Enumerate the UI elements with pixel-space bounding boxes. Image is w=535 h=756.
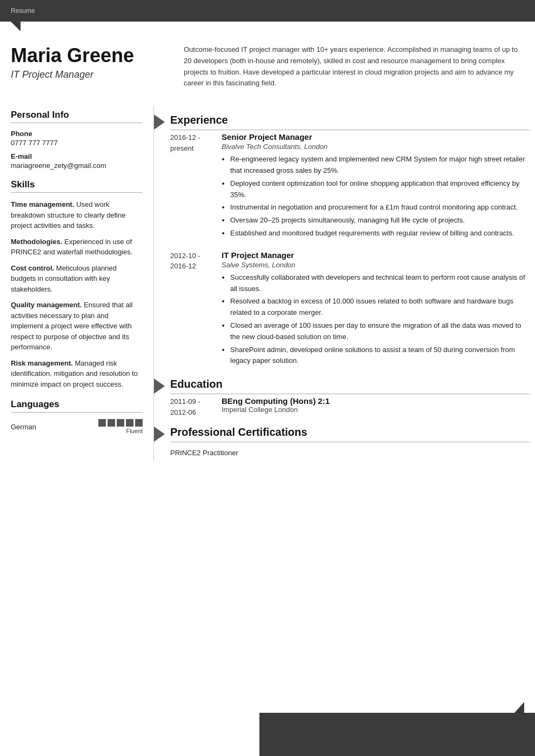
skill-item: Quality management. Ensured that all act… bbox=[11, 300, 143, 353]
experience-bullet: Closed an average of 100 issues per day … bbox=[230, 320, 530, 343]
bottom-bar bbox=[259, 713, 535, 756]
experience-bullet: Resolved a backlog in excess of 10,000 i… bbox=[230, 296, 530, 319]
experience-company: Bivalve Tech Consultants, London bbox=[222, 143, 530, 151]
language-bar bbox=[108, 419, 115, 427]
skill-name: Risk management. bbox=[11, 359, 73, 367]
skill-item: Risk management. Managed risk identifica… bbox=[11, 358, 143, 390]
certifications-title: Professional Certifications bbox=[170, 426, 530, 442]
experience-arrow bbox=[154, 114, 165, 130]
experience-bullet: Instrumental in negotiation and procurem… bbox=[230, 202, 530, 213]
language-bar bbox=[135, 419, 143, 427]
language-name: German bbox=[11, 423, 36, 431]
education-title: Education bbox=[170, 378, 530, 394]
education-degree: BEng Computing (Hons) 2:1 bbox=[222, 396, 530, 406]
header-summary: Outcome-focused IT project manager with … bbox=[173, 44, 524, 89]
languages-list: German Fluent bbox=[11, 419, 143, 434]
experience-bullet: SharePoint admin, developed online solut… bbox=[230, 345, 530, 367]
certifications-arrow bbox=[154, 427, 165, 442]
experience-bullets: Successfully collaborated with developer… bbox=[222, 272, 530, 367]
main-layout: Personal Info Phone 0777 777 7777 E-mail… bbox=[0, 100, 535, 472]
language-level-group: Fluent bbox=[98, 419, 143, 434]
education-content: BEng Computing (Hons) 2:1 Imperial Colle… bbox=[222, 396, 530, 417]
top-bar: Resume bbox=[0, 0, 535, 22]
experience-entry: 2016-12 - present Senior Project Manager… bbox=[154, 132, 530, 241]
education-entry: 2011-09 - 2012-06 BEng Computing (Hons) … bbox=[154, 396, 530, 417]
skill-name: Methodologies. bbox=[11, 238, 62, 246]
experience-job-title: Senior Project Manager bbox=[222, 132, 530, 141]
skill-item: Time management. Used work breakdown str… bbox=[11, 199, 143, 231]
language-bar bbox=[98, 419, 106, 427]
education-school: Imperial College London bbox=[222, 406, 530, 414]
experience-date: 2012-10 - 2016-12 bbox=[170, 251, 222, 368]
skill-name: Quality management. bbox=[11, 301, 82, 309]
language-item: German Fluent bbox=[11, 419, 143, 434]
experience-entry: 2012-10 - 2016-12 IT Project Manager Sal… bbox=[154, 251, 530, 368]
experience-bullet: Established and monitored budget require… bbox=[230, 228, 530, 239]
skill-name: Cost control. bbox=[11, 264, 54, 272]
education-list: 2011-09 - 2012-06 BEng Computing (Hons) … bbox=[154, 396, 530, 417]
experience-company: Salve Systems, London bbox=[222, 261, 530, 269]
skills-list: Time management. Used work breakdown str… bbox=[11, 199, 143, 389]
certifications-header: Professional Certifications bbox=[154, 426, 530, 442]
experience-bullet: Re-engineered legacy system and implemen… bbox=[230, 154, 530, 177]
experience-bullet: Deployed content optimization tool for o… bbox=[230, 178, 530, 201]
email-value: mariagreene_zety@gmail.com bbox=[11, 161, 143, 170]
experience-title: Experience bbox=[170, 114, 530, 130]
language-bar bbox=[117, 419, 124, 427]
experience-bullet: Oversaw 20–25 projects simultaneously, m… bbox=[230, 215, 530, 226]
experience-content: Senior Project Manager Bivalve Tech Cons… bbox=[222, 132, 530, 241]
candidate-title: IT Project Manager bbox=[11, 69, 173, 80]
certifications-list: PRINCE2 Practitioner bbox=[154, 444, 530, 461]
education-arrow bbox=[154, 379, 165, 394]
resume-header: Maria Greene IT Project Manager Outcome-… bbox=[0, 31, 535, 100]
education-header: Education bbox=[154, 378, 530, 394]
certification-item: PRINCE2 Practitioner bbox=[154, 444, 530, 461]
candidate-name: Maria Greene bbox=[11, 44, 173, 67]
experience-content: IT Project Manager Salve Systems, London… bbox=[222, 251, 530, 368]
experience-bullets: Re-engineered legacy system and implemen… bbox=[222, 154, 530, 239]
personal-info-title: Personal Info bbox=[11, 110, 143, 123]
skills-title: Skills bbox=[11, 179, 143, 193]
email-label: E-mail bbox=[11, 152, 143, 160]
experience-date: 2016-12 - present bbox=[170, 132, 222, 241]
top-bar-label: Resume bbox=[11, 7, 35, 15]
header-left: Maria Greene IT Project Manager bbox=[11, 44, 173, 89]
right-column: Experience 2016-12 - present Senior Proj… bbox=[154, 105, 535, 461]
education-date: 2011-09 - 2012-06 bbox=[170, 396, 222, 417]
experience-job-title: IT Project Manager bbox=[222, 251, 530, 260]
skill-item: Methodologies. Experienced in use of PRI… bbox=[11, 237, 143, 258]
languages-title: Languages bbox=[11, 399, 143, 413]
top-bar-arrow bbox=[11, 22, 21, 31]
skill-item: Cost control. Meticulous planned budgets… bbox=[11, 263, 143, 295]
skill-name: Time management. bbox=[11, 200, 75, 208]
phone-label: Phone bbox=[11, 130, 143, 138]
language-level: Fluent bbox=[126, 428, 143, 434]
experience-list: 2016-12 - present Senior Project Manager… bbox=[154, 132, 530, 368]
language-bar bbox=[126, 419, 133, 427]
experience-bullet: Successfully collaborated with developer… bbox=[230, 272, 530, 295]
language-bars bbox=[98, 419, 143, 427]
bottom-bar-arrow bbox=[514, 702, 524, 713]
experience-header: Experience bbox=[154, 114, 530, 130]
left-column: Personal Info Phone 0777 777 7777 E-mail… bbox=[0, 105, 154, 461]
phone-value: 0777 777 7777 bbox=[11, 139, 143, 147]
